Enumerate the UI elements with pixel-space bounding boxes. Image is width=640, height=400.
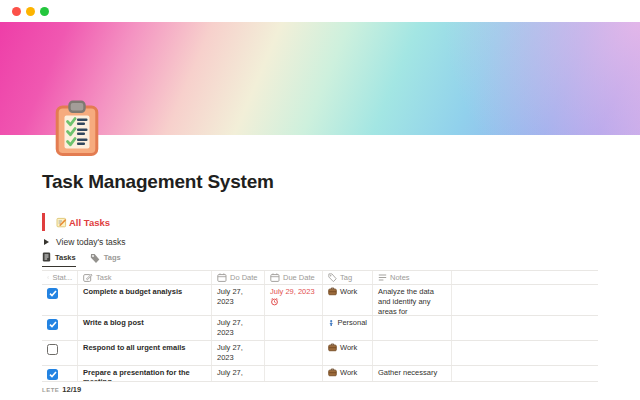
column-header-do-date[interactable]: Do Date [212, 271, 265, 284]
cell-do-date[interactable]: July 27, 2023 [212, 316, 265, 340]
cell-tag[interactable]: Work [323, 341, 373, 365]
check-icon [49, 371, 57, 378]
checkbox-checked[interactable] [47, 319, 58, 330]
cell-empty[interactable] [452, 341, 598, 365]
tab-tasks[interactable]: Tasks [42, 252, 76, 267]
window-titlebar [0, 0, 640, 22]
cell-due-date[interactable] [265, 366, 323, 381]
zoom-button[interactable] [40, 7, 49, 16]
cell-task[interactable]: Complete a budget analysis [78, 285, 212, 315]
cell-notes[interactable] [373, 341, 452, 365]
tab-tags-label: Tags [104, 253, 121, 262]
checkbox-checked[interactable] [47, 369, 58, 380]
cell-notes[interactable] [373, 316, 452, 340]
calc-value: 12/19 [62, 385, 81, 394]
cell-notes[interactable]: Analyze the data and identify any areas … [373, 285, 452, 315]
check-icon [49, 290, 57, 297]
table-row: Prepare a presentation for the meeting J… [42, 366, 598, 382]
column-header-label: Due Date [283, 273, 315, 282]
toggle-label: View today's tasks [56, 237, 126, 247]
tasks-table: Stat... Task Do Date [42, 270, 598, 382]
status-icon [47, 273, 49, 282]
tag-label: Work [340, 343, 357, 352]
view-tabs: Tasks Tags [42, 252, 121, 267]
cell-empty[interactable] [452, 285, 598, 315]
cell-empty[interactable] [452, 316, 598, 340]
column-header-label: Notes [390, 273, 410, 282]
column-header-tag[interactable]: Tag [323, 271, 373, 284]
table-footer-calculation[interactable]: LETE 12/19 [42, 385, 81, 394]
tag-label: Personal [337, 318, 367, 327]
tag-icon [328, 273, 337, 282]
cell-tag[interactable]: Work [323, 366, 373, 381]
edit-icon [83, 273, 93, 282]
tag-icon [90, 253, 100, 263]
table-row: Write a blog post July 27, 2023 Personal [42, 316, 598, 341]
person-icon [328, 318, 334, 328]
cell-task[interactable]: Prepare a presentation for the meeting [78, 366, 212, 381]
cell-status [42, 316, 78, 340]
cell-do-date[interactable]: July 27, [212, 366, 265, 381]
due-date-text: July 29, 2023 [270, 287, 317, 297]
cell-do-date[interactable]: July 27, 2023 [212, 341, 265, 365]
column-header-label: Task [96, 273, 111, 282]
calc-label: LETE [42, 387, 59, 393]
alarm-clock-icon [270, 297, 279, 306]
column-header-label: Do Date [230, 273, 258, 282]
calendar-icon [270, 273, 280, 282]
notes-icon [378, 273, 387, 282]
column-header-label: Tag [340, 273, 352, 282]
cell-notes[interactable]: Gather necessary [373, 366, 452, 381]
cell-status [42, 341, 78, 365]
tab-tags[interactable]: Tags [90, 252, 121, 267]
column-header-status[interactable]: Stat... [42, 271, 78, 284]
page-title: Task Management System [42, 171, 274, 193]
toggle-triangle-icon[interactable] [44, 239, 49, 245]
callout-text: All Tasks [69, 217, 110, 228]
memo-icon [56, 217, 67, 228]
cell-task[interactable]: Respond to all urgent emails [78, 341, 212, 365]
cell-do-date[interactable]: July 27, 2023 [212, 285, 265, 315]
column-header-empty[interactable] [452, 271, 598, 284]
cell-status [42, 366, 78, 381]
close-button[interactable] [12, 7, 21, 16]
document-icon [42, 252, 51, 262]
tag-label: Work [340, 368, 357, 377]
briefcase-icon [328, 343, 337, 352]
column-header-task[interactable]: Task [78, 271, 212, 284]
cell-tag[interactable]: Personal [323, 316, 373, 340]
toggle-view-todays-tasks[interactable]: View today's tasks [44, 237, 126, 247]
clipboard-icon [55, 100, 99, 157]
cell-tag[interactable]: Work [323, 285, 373, 315]
all-tasks-callout: All Tasks [42, 213, 110, 231]
column-header-notes[interactable]: Notes [373, 271, 452, 284]
tab-tasks-label: Tasks [55, 253, 76, 262]
cell-due-date[interactable] [265, 316, 323, 340]
cell-empty[interactable] [452, 366, 598, 381]
table-row: Respond to all urgent emails July 27, 20… [42, 341, 598, 366]
column-header-due-date[interactable]: Due Date [265, 271, 323, 284]
tag-label: Work [340, 287, 357, 296]
cell-due-date[interactable]: July 29, 2023 [265, 285, 323, 315]
table-row: Complete a budget analysis July 27, 2023… [42, 285, 598, 316]
column-header-label: Stat... [52, 273, 72, 282]
checkbox-unchecked[interactable] [47, 344, 58, 355]
check-icon [49, 321, 57, 328]
cell-task[interactable]: Write a blog post [78, 316, 212, 340]
briefcase-icon [328, 368, 337, 377]
checkbox-checked[interactable] [47, 288, 58, 299]
cell-status [42, 285, 78, 315]
calendar-icon [217, 273, 227, 282]
minimize-button[interactable] [26, 7, 35, 16]
cell-due-date[interactable] [265, 341, 323, 365]
briefcase-icon [328, 287, 337, 296]
page-icon[interactable] [55, 100, 99, 157]
table-header-row: Stat... Task Do Date [42, 270, 598, 285]
